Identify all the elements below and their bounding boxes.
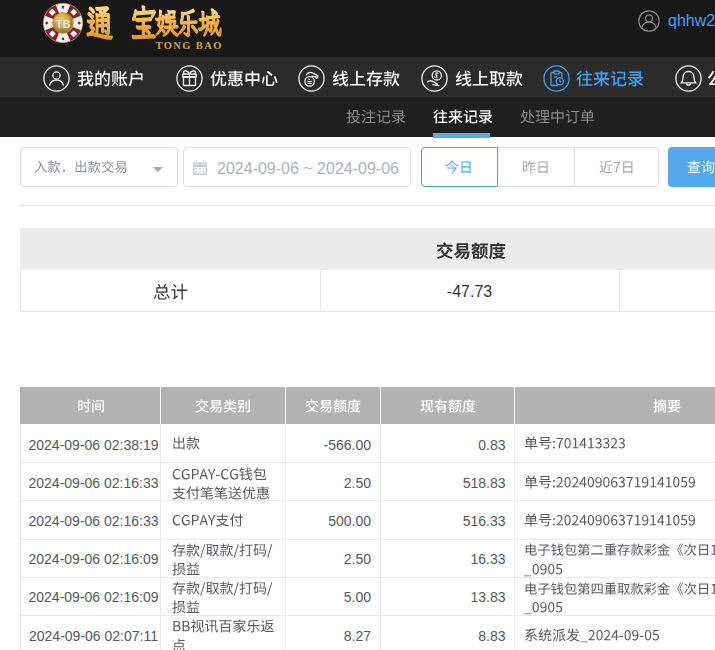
svg-text:TB: TB <box>56 18 71 30</box>
